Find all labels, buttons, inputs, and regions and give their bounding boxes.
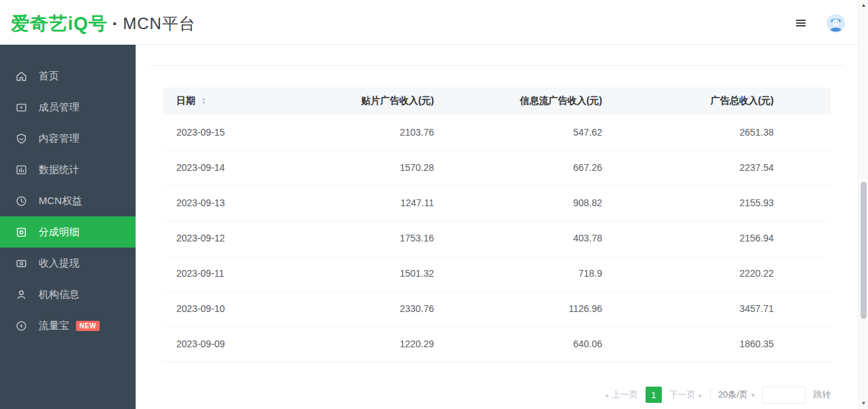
cell-date: 2023-09-14 bbox=[163, 150, 298, 185]
cell-date: 2023-09-12 bbox=[163, 220, 298, 256]
logo-platform-text: MCN平台 bbox=[123, 13, 196, 35]
scroll-down-icon[interactable]: ▾ bbox=[859, 400, 868, 406]
page-size-select[interactable]: 20条/页 ▾ bbox=[718, 389, 755, 401]
organization-icon bbox=[16, 289, 27, 300]
scroll-up-icon[interactable]: ▴ bbox=[859, 1, 868, 8]
table-row: 2023-09-111501.32718.92220.22 bbox=[163, 256, 831, 291]
content-icon bbox=[16, 133, 27, 144]
table-row: 2023-09-102330.761126.963457.71 bbox=[163, 291, 831, 326]
cell-preroll-revenue: 1220.29 bbox=[298, 326, 434, 362]
sidebar-item-content[interactable]: 内容管理 bbox=[0, 123, 136, 154]
sidebar-item-label: 首页 bbox=[39, 70, 59, 83]
sidebar: 首页成员管理内容管理数据统计MCN权益分成明细收入提现机构信息流量宝NEW bbox=[0, 45, 136, 409]
app-logo: 爱奇艺iQ号 · MCN平台 bbox=[11, 12, 196, 36]
sidebar-item-label: 流量宝 bbox=[39, 319, 69, 332]
cell-total-revenue: 2237.54 bbox=[602, 150, 831, 185]
jump-button[interactable]: 跳转 bbox=[813, 389, 831, 401]
jump-page-input[interactable] bbox=[762, 387, 806, 404]
sidebar-item-rights[interactable]: MCN权益 bbox=[0, 185, 136, 216]
main-content: 日期 ▲ ▼ 贴片广告收入(元) 信息流广告收入(元) 广告总收入(元) 202… bbox=[136, 45, 858, 409]
cell-preroll-revenue: 1501.32 bbox=[298, 256, 434, 291]
revenue-table: 日期 ▲ ▼ 贴片广告收入(元) 信息流广告收入(元) 广告总收入(元) 202… bbox=[163, 87, 831, 362]
cell-total-revenue: 2651.38 bbox=[602, 115, 831, 150]
cell-total-revenue: 3457.71 bbox=[602, 291, 831, 326]
cell-date: 2023-09-11 bbox=[163, 256, 298, 291]
prev-page-label: 上一页 bbox=[612, 389, 638, 401]
table-row: 2023-09-121753.16403.782156.94 bbox=[163, 220, 831, 256]
table-row: 2023-09-131247.11908.822155.93 bbox=[163, 185, 831, 220]
sidebar-item-label: 数据统计 bbox=[39, 163, 79, 176]
column-header-date-label: 日期 bbox=[176, 95, 195, 106]
logo-brand-text: 爱奇艺iQ号 bbox=[11, 12, 108, 36]
sidebar-item-label: 成员管理 bbox=[39, 101, 79, 114]
sidebar-item-label: 内容管理 bbox=[39, 132, 79, 145]
select-caret-icon: ▾ bbox=[751, 391, 755, 399]
column-header-feed-revenue: 信息流广告收入(元) bbox=[434, 87, 602, 115]
cell-feed-revenue: 1126.96 bbox=[434, 291, 602, 326]
cell-feed-revenue: 718.9 bbox=[434, 256, 602, 291]
prev-page-button[interactable]: ◂ 上一页 bbox=[605, 389, 638, 401]
sidebar-item-traffic[interactable]: 流量宝NEW bbox=[0, 310, 136, 341]
user-avatar[interactable] bbox=[827, 14, 845, 33]
cell-preroll-revenue: 1753.16 bbox=[298, 220, 434, 256]
sidebar-item-label: 收入提现 bbox=[39, 257, 79, 270]
avatar-figure bbox=[827, 14, 845, 33]
withdraw-icon bbox=[16, 258, 27, 269]
page-number-button[interactable]: 1 bbox=[646, 387, 662, 403]
scrollbar-thumb[interactable] bbox=[861, 182, 867, 319]
column-header-total-revenue: 广告总收入(元) bbox=[602, 87, 831, 115]
sidebar-item-home[interactable]: 首页 bbox=[0, 60, 136, 92]
cell-total-revenue: 2155.93 bbox=[602, 185, 831, 220]
pagination-divider bbox=[710, 389, 711, 401]
pagination: ◂ 上一页 1 下一页 ▸ 20条/页 ▾ 跳转 bbox=[163, 387, 831, 404]
revenue-table-card: 日期 ▲ ▼ 贴片广告收入(元) 信息流广告收入(元) 广告总收入(元) 202… bbox=[163, 87, 831, 404]
sidebar-item-stats[interactable]: 数据统计 bbox=[0, 154, 136, 185]
column-header-preroll-revenue: 贴片广告收入(元) bbox=[298, 87, 434, 115]
sidebar-menu: 首页成员管理内容管理数据统计MCN权益分成明细收入提现机构信息流量宝NEW bbox=[0, 60, 136, 341]
cell-feed-revenue: 547.62 bbox=[434, 115, 602, 150]
sidebar-item-label: MCN权益 bbox=[39, 195, 82, 208]
content-divider bbox=[149, 45, 844, 66]
page-size-label: 20条/页 bbox=[718, 389, 748, 401]
cell-feed-revenue: 667.26 bbox=[434, 150, 602, 185]
sort-desc-icon: ▼ bbox=[201, 101, 206, 105]
cell-feed-revenue: 403.78 bbox=[434, 220, 602, 256]
sidebar-item-members[interactable]: 成员管理 bbox=[0, 92, 136, 123]
cell-feed-revenue: 908.82 bbox=[434, 185, 602, 220]
cell-total-revenue: 2220.22 bbox=[602, 256, 831, 291]
scrollbar[interactable]: ▴ ▾ bbox=[858, 0, 868, 409]
top-header: 爱奇艺iQ号 · MCN平台 bbox=[0, 0, 868, 45]
cell-feed-revenue: 640.06 bbox=[434, 326, 602, 362]
cell-date: 2023-09-10 bbox=[163, 291, 298, 326]
table-header-row: 日期 ▲ ▼ 贴片广告收入(元) 信息流广告收入(元) 广告总收入(元) bbox=[163, 87, 831, 115]
cell-total-revenue: 2156.94 bbox=[602, 220, 831, 256]
sidebar-item-org[interactable]: 机构信息 bbox=[0, 279, 136, 310]
table-row: 2023-09-091220.29640.061860.35 bbox=[163, 326, 831, 362]
sidebar-item-share[interactable]: 分成明细 bbox=[0, 216, 136, 248]
revenue-share-icon bbox=[16, 227, 27, 238]
next-page-label: 下一页 bbox=[669, 389, 696, 401]
sidebar-item-label: 机构信息 bbox=[39, 288, 79, 301]
sort-icon[interactable]: ▲ ▼ bbox=[201, 97, 206, 105]
cell-date: 2023-09-13 bbox=[163, 185, 298, 220]
home-icon bbox=[16, 71, 27, 82]
table-body: 2023-09-152103.76547.622651.382023-09-14… bbox=[163, 115, 831, 362]
prev-caret-icon: ◂ bbox=[605, 391, 608, 399]
rights-clock-icon bbox=[16, 195, 27, 207]
cell-preroll-revenue: 1247.11 bbox=[298, 185, 434, 220]
cell-preroll-revenue: 1570.28 bbox=[298, 150, 434, 185]
logo-separator: · bbox=[113, 14, 119, 35]
sidebar-item-label: 分成明细 bbox=[39, 226, 79, 239]
page: 爱奇艺iQ号 · MCN平台 首页成员管理内容管理数据统计MCN权益分成明细收入… bbox=[0, 0, 868, 409]
sidebar-item-withdraw[interactable]: 收入提现 bbox=[0, 248, 136, 279]
next-page-button[interactable]: 下一页 ▸ bbox=[669, 389, 703, 401]
cell-date: 2023-09-09 bbox=[163, 326, 298, 362]
cell-date: 2023-09-15 bbox=[163, 115, 298, 150]
column-header-date[interactable]: 日期 ▲ ▼ bbox=[163, 87, 298, 115]
hamburger-menu-icon[interactable] bbox=[796, 20, 806, 26]
stats-icon bbox=[16, 164, 27, 176]
traffic-bolt-icon bbox=[16, 320, 27, 332]
cell-preroll-revenue: 2330.76 bbox=[298, 291, 434, 326]
members-icon bbox=[16, 102, 27, 113]
cell-total-revenue: 1860.35 bbox=[602, 326, 831, 362]
